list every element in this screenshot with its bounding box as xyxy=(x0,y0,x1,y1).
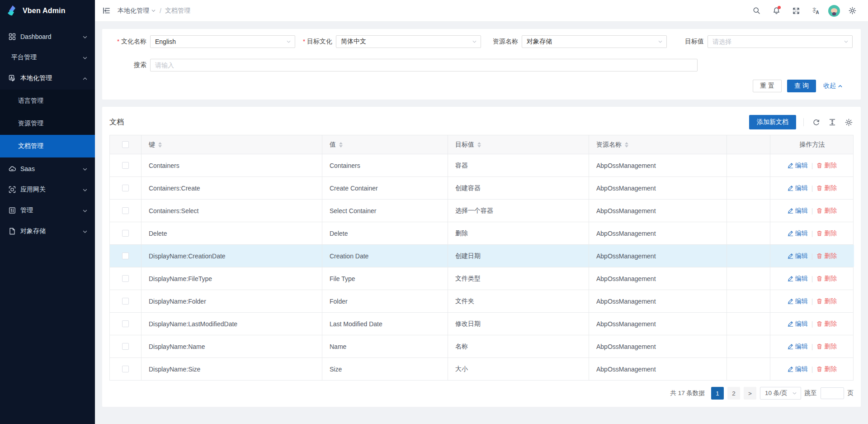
sidebar: Vben Admin Dashboard 平台管理 xyxy=(0,0,95,424)
cell-blank xyxy=(727,177,770,199)
column-header-resource-name[interactable]: 资源名称 xyxy=(589,135,727,154)
cell-resource-name: AbpOssManagement xyxy=(589,154,727,176)
delete-button[interactable]: 删除 xyxy=(816,297,837,305)
target-value-select[interactable] xyxy=(708,35,853,48)
table-row: DisplayName:CreationDate Creation Date 创… xyxy=(110,245,853,267)
query-button[interactable]: 查 询 xyxy=(787,80,816,92)
add-document-button[interactable]: 添加新文档 xyxy=(749,115,796,129)
column-height-icon[interactable] xyxy=(827,117,837,127)
page-button-1[interactable]: 1 xyxy=(711,387,724,400)
edit-button[interactable]: 编辑 xyxy=(788,162,808,170)
sidebar-item-platform-management[interactable]: 平台管理 xyxy=(0,48,95,67)
cell-resource-name: AbpOssManagement xyxy=(589,358,727,380)
page-button-2[interactable]: 2 xyxy=(727,387,740,400)
page-size-select[interactable]: 10 条/页 xyxy=(760,387,801,400)
sort-icon[interactable] xyxy=(477,142,481,148)
row-checkbox[interactable] xyxy=(122,343,129,350)
user-avatar[interactable] xyxy=(828,5,840,17)
search-icon[interactable] xyxy=(749,3,764,19)
sort-icon[interactable] xyxy=(339,142,343,148)
select-all-checkbox[interactable] xyxy=(122,141,129,148)
table-row: DisplayName:FileType File Type 文件类型 AbpO… xyxy=(110,267,853,290)
refresh-icon[interactable] xyxy=(811,117,821,127)
field-label: 搜索 xyxy=(109,61,150,69)
edit-button[interactable]: 编辑 xyxy=(788,297,808,305)
action-divider: | xyxy=(811,252,813,260)
row-checkbox[interactable] xyxy=(122,252,129,259)
next-page-button[interactable]: > xyxy=(744,387,756,400)
row-checkbox[interactable] xyxy=(122,185,129,191)
delete-button[interactable]: 删除 xyxy=(816,320,837,328)
sidebar-item-dashboard[interactable]: Dashboard xyxy=(0,27,95,46)
sidebar-item-object-storage[interactable]: 对象存储 xyxy=(0,222,95,241)
sidebar-item-label: Dashboard xyxy=(20,33,82,40)
sort-icon[interactable] xyxy=(158,142,162,148)
edit-button[interactable]: 编辑 xyxy=(788,365,808,373)
edit-button[interactable]: 编辑 xyxy=(788,252,808,260)
menu-fold-icon[interactable] xyxy=(100,5,112,17)
row-checkbox[interactable] xyxy=(122,366,129,372)
row-checkbox[interactable] xyxy=(122,275,129,282)
sidebar-item-management[interactable]: 管理 xyxy=(0,201,95,220)
row-checkbox[interactable] xyxy=(122,162,129,169)
target-culture-select[interactable] xyxy=(336,35,481,48)
logo[interactable]: Vben Admin xyxy=(0,0,95,22)
row-checkbox[interactable] xyxy=(122,207,129,214)
edit-button[interactable]: 编辑 xyxy=(788,207,808,215)
cell-target-value: 创建容器 xyxy=(448,177,589,199)
reset-button[interactable]: 重 置 xyxy=(753,80,782,92)
delete-button[interactable]: 删除 xyxy=(816,229,837,238)
breadcrumb: 本地化管理 / 文档管理 xyxy=(118,7,190,15)
column-header-target-value[interactable]: 目标值 xyxy=(448,135,589,154)
column-header-value[interactable]: 值 xyxy=(322,135,448,154)
row-checkbox[interactable] xyxy=(122,230,129,237)
jump-label: 跳至 xyxy=(805,389,817,397)
edit-button[interactable]: 编辑 xyxy=(788,275,808,283)
sidebar-item-language-management[interactable]: 语言管理 xyxy=(0,90,95,112)
table-row: DisplayName:Folder Folder 文件夹 AbpOssMana… xyxy=(110,290,853,313)
notification-bell-icon[interactable] xyxy=(769,3,784,19)
chevron-down-icon xyxy=(792,391,797,396)
trash-icon xyxy=(816,298,822,304)
breadcrumb-parent[interactable]: 本地化管理 xyxy=(118,7,156,15)
translate-icon[interactable]: 文 A xyxy=(808,3,824,19)
cell-blank xyxy=(727,267,770,290)
search-input[interactable] xyxy=(150,59,698,71)
sidebar-item-label: 语言管理 xyxy=(18,97,88,105)
action-divider: | xyxy=(811,320,813,328)
cell-target-value: 名称 xyxy=(448,335,589,357)
gear-icon[interactable] xyxy=(844,3,860,19)
logo-icon xyxy=(6,5,18,18)
fullscreen-icon[interactable] xyxy=(788,3,804,19)
table-settings-gear-icon[interactable] xyxy=(844,117,854,127)
column-header-key[interactable]: 键 xyxy=(142,135,322,154)
sort-icon[interactable] xyxy=(625,142,628,148)
row-checkbox[interactable] xyxy=(122,298,129,305)
resource-name-select[interactable] xyxy=(522,35,667,48)
sidebar-item-localization-management[interactable]: 本地化管理 xyxy=(0,69,95,88)
edit-button[interactable]: 编辑 xyxy=(788,229,808,238)
sidebar-item-app-gateway[interactable]: 应用网关 xyxy=(0,180,95,199)
edit-button[interactable]: 编辑 xyxy=(788,320,808,328)
breadcrumb-separator: / xyxy=(160,7,161,14)
delete-button[interactable]: 删除 xyxy=(816,275,837,283)
cell-key: Containers xyxy=(142,154,322,176)
edit-button[interactable]: 编辑 xyxy=(788,343,808,351)
delete-button[interactable]: 删除 xyxy=(816,207,837,215)
delete-button[interactable]: 删除 xyxy=(816,343,837,351)
delete-button[interactable]: 删除 xyxy=(816,365,837,373)
delete-button[interactable]: 删除 xyxy=(816,252,837,260)
delete-button[interactable]: 删除 xyxy=(816,184,837,192)
sidebar-item-document-management[interactable]: 文档管理 xyxy=(0,135,95,157)
sidebar-item-saas[interactable]: Saas xyxy=(0,159,95,178)
jump-page-input[interactable] xyxy=(821,387,844,399)
trash-icon xyxy=(816,276,822,281)
collapse-link[interactable]: 收起 xyxy=(823,82,843,90)
pagination-total: 共 17 条数据 xyxy=(670,389,705,397)
trash-icon xyxy=(816,321,822,327)
edit-button[interactable]: 编辑 xyxy=(788,184,808,192)
culture-name-select[interactable] xyxy=(150,35,295,48)
sidebar-item-resource-management[interactable]: 资源管理 xyxy=(0,112,95,135)
delete-button[interactable]: 删除 xyxy=(816,162,837,170)
row-checkbox[interactable] xyxy=(122,320,129,327)
